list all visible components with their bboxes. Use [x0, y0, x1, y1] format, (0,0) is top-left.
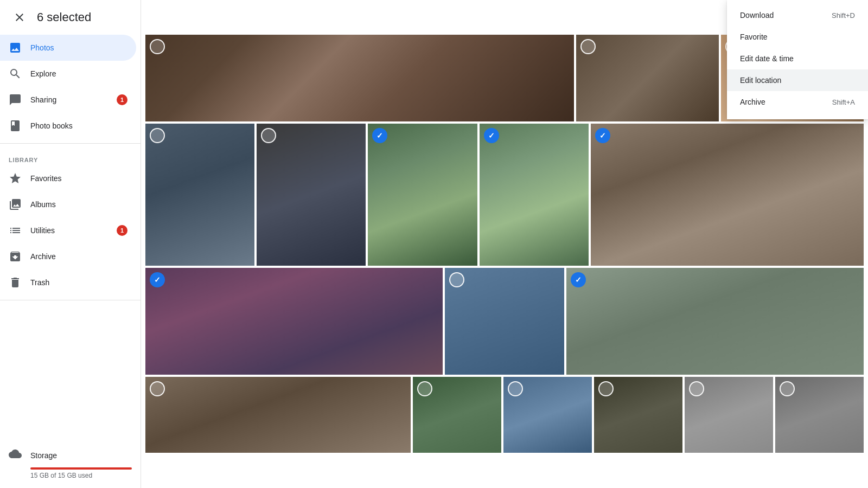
dropdown-label: Archive [740, 98, 765, 106]
library-label: LIBRARY [0, 148, 141, 165]
dropdown-shortcut: Shift+D [832, 11, 855, 20]
photo-item[interactable] [594, 377, 682, 453]
utilities-badge: 1 [117, 225, 127, 236]
sidebar-item-label: Trash [30, 278, 49, 287]
sharing-icon [9, 93, 22, 106]
photo-item[interactable] [445, 268, 564, 375]
sidebar-item-archive[interactable]: Archive [0, 243, 136, 269]
storage-section: Storage 15 GB of 15 GB used [0, 439, 141, 488]
photo-select-circle [508, 381, 523, 396]
dropdown-shortcut: Shift+A [832, 98, 855, 106]
photo-item[interactable] [413, 377, 501, 453]
photo-item[interactable] [591, 124, 864, 266]
main-nav: Photos Explore Sharing 1 [0, 35, 141, 139]
close-button[interactable] [9, 7, 30, 28]
sidebar-item-utilities[interactable]: Utilities 1 [0, 217, 136, 243]
photo-item[interactable] [685, 377, 773, 453]
sidebar-item-label: Explore [30, 69, 56, 78]
utilities-icon [9, 224, 22, 237]
photo-select-circle [598, 381, 614, 396]
photo-select-circle [595, 128, 610, 143]
photo-item[interactable] [257, 124, 366, 266]
photo-item[interactable] [368, 124, 477, 266]
sidebar-header: 6 selected [0, 0, 141, 35]
star-icon [9, 172, 22, 185]
dropdown-label: Download [740, 11, 774, 20]
storage-divider [0, 300, 141, 300]
archive-icon [9, 250, 22, 263]
sidebar-item-label: Favorites [30, 174, 62, 183]
sidebar-item-label: Photos [30, 43, 54, 52]
sidebar-item-label: Sharing [30, 95, 56, 104]
photo-select-circle [780, 381, 795, 396]
dropdown-item-edit-date[interactable]: Edit date & time [727, 48, 868, 69]
photo-item[interactable] [775, 377, 864, 453]
storage-text: 15 GB of 15 GB used [30, 472, 132, 479]
storage-bar [30, 467, 132, 470]
photo-item[interactable] [503, 377, 592, 453]
photo-item[interactable] [145, 268, 443, 375]
photo-item[interactable] [566, 268, 864, 375]
sidebar-item-label: Photo books [30, 121, 73, 130]
sharing-badge: 1 [117, 94, 127, 105]
sidebar: 6 selected Photos Explore [0, 0, 141, 488]
sidebar-item-photobooks[interactable]: Photo books [0, 113, 136, 139]
book-icon [9, 119, 22, 132]
photo-select-circle [150, 128, 165, 143]
nav-divider [0, 143, 141, 144]
photo-item[interactable] [145, 35, 574, 121]
photo-row-2 [145, 124, 864, 266]
photo-select-circle [150, 39, 165, 54]
photo-select-circle [150, 381, 165, 396]
sidebar-item-label: Archive [30, 252, 56, 261]
dropdown-label: Edit date & time [740, 54, 794, 63]
photo-select-circle [261, 128, 276, 143]
dropdown-label: Edit location [740, 76, 781, 85]
dropdown-item-favorite[interactable]: Favorite [727, 26, 868, 48]
photo-item[interactable] [480, 124, 589, 266]
photo-row-4 [145, 377, 864, 453]
photo-select-circle [150, 272, 165, 287]
library-nav: Favorites Albums Utilities 1 [0, 165, 141, 296]
photo-select-circle [417, 381, 432, 396]
trash-icon [9, 276, 22, 289]
sidebar-item-explore[interactable]: Explore [0, 61, 136, 87]
photo-select-circle [580, 39, 596, 54]
photo-item[interactable] [145, 124, 254, 266]
dropdown-item-edit-location[interactable]: Edit location [727, 69, 868, 91]
dropdown-label: Favorite [740, 33, 768, 41]
storage-item: Storage [9, 447, 132, 463]
dropdown-menu: Download Shift+D Favorite Edit date & ti… [727, 0, 868, 119]
dropdown-item-archive[interactable]: Archive Shift+A [727, 91, 868, 113]
sidebar-item-trash[interactable]: Trash [0, 269, 136, 296]
sidebar-item-sharing[interactable]: Sharing 1 [0, 87, 136, 113]
album-icon [9, 198, 22, 211]
storage-bar-container [30, 467, 132, 470]
dropdown-item-download[interactable]: Download Shift+D [727, 4, 868, 26]
photo-select-circle [449, 272, 464, 287]
photo-item[interactable] [576, 35, 719, 121]
sidebar-item-favorites[interactable]: Favorites [0, 165, 136, 191]
selected-count: 6 selected [37, 10, 91, 24]
cloud-icon [9, 447, 22, 463]
photo-select-circle [571, 272, 586, 287]
sidebar-item-albums[interactable]: Albums [0, 191, 136, 217]
photo-item[interactable] [145, 377, 411, 453]
photo-select-circle [689, 381, 704, 396]
photo-row-3 [145, 268, 864, 375]
storage-label: Storage [30, 451, 57, 460]
photo-select-circle [372, 128, 387, 143]
sidebar-item-photos[interactable]: Photos [0, 35, 136, 61]
sidebar-item-label: Albums [30, 200, 56, 209]
photo-icon [9, 41, 22, 54]
search-icon [9, 67, 22, 80]
sidebar-item-label: Utilities [30, 226, 55, 235]
photo-select-circle [484, 128, 499, 143]
